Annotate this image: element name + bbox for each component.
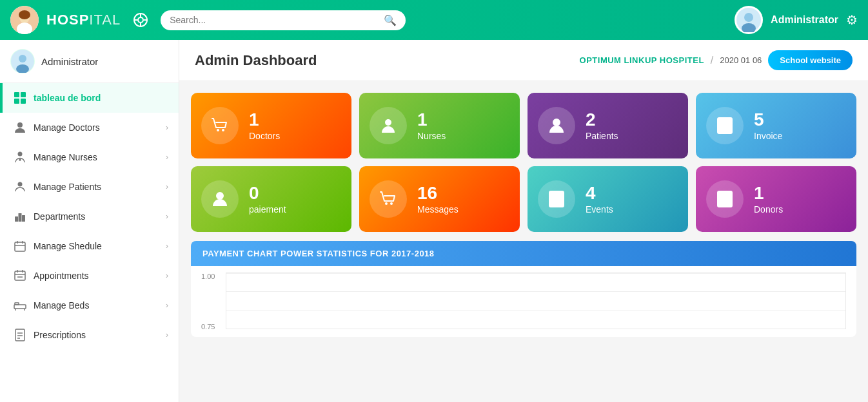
chevron-right-icon: › (166, 212, 168, 221)
brand-name: HOSPITAL (46, 12, 121, 28)
svg-rect-27 (22, 215, 25, 222)
svg-rect-19 (21, 99, 26, 104)
sidebar-item-manage-beds[interactable]: Manage Beds › (0, 291, 179, 320)
sidebar-item-manage-patients[interactable]: Manage Patients › (0, 172, 179, 202)
svg-rect-28 (15, 242, 25, 251)
svg-point-24 (18, 182, 23, 187)
sidebar-item-label: Departments (34, 211, 85, 222)
dashboard-icon (13, 91, 27, 105)
donors-card-icon-wrap (706, 180, 744, 218)
chevron-right-icon: › (166, 301, 168, 310)
prescription-icon (13, 328, 27, 342)
card-paiement[interactable]: 0 paiement (191, 166, 351, 232)
chart-plot (226, 273, 846, 329)
svg-point-48 (553, 119, 560, 126)
paiement-card-info: 0 paiement (249, 184, 286, 215)
svg-rect-37 (14, 305, 26, 309)
card-doctors[interactable]: 1 Doctors (191, 93, 351, 158)
invoice-card-info: 5 Invoice (754, 111, 782, 141)
chevron-right-icon: › (166, 182, 168, 191)
svg-rect-38 (15, 303, 19, 305)
sidebar-item-manage-nurses[interactable]: Manage Nurses › (0, 142, 179, 172)
sidebar: Administrator tableau de bord (0, 40, 179, 402)
sidebar-item-appointments[interactable]: Appointments › (0, 261, 179, 291)
events-count: 4 (586, 184, 613, 202)
chart-section: PAYMENT CHART POWER STATISTICS FOR 2017-… (191, 241, 856, 337)
chart-ylabel-075: 0.75 (201, 323, 215, 330)
logo-avatar (10, 6, 39, 34)
chart-body: 1.00 0.75 (191, 266, 856, 337)
department-icon (13, 209, 27, 224)
doctors-card-icon-wrap (201, 107, 239, 144)
patients-count: 2 (586, 111, 618, 129)
search-bar: 🔍 (161, 10, 406, 30)
svg-rect-26 (19, 213, 22, 222)
appointment-icon (13, 269, 27, 283)
dashboard-cards: 1 Doctors 1 Nurses (179, 81, 868, 232)
admin-avatar (735, 6, 763, 34)
content-header: Admin Dashboard OPTIMUM LINKUP HOSPITEL … (179, 40, 868, 81)
chevron-right-icon: › (166, 153, 168, 162)
paiement-icon (210, 189, 230, 209)
events-icon (547, 189, 566, 209)
svg-point-53 (217, 193, 223, 199)
messages-label: Messages (417, 204, 459, 215)
topnav-right: Administrator ⚙ (735, 6, 858, 34)
school-website-button[interactable]: School website (768, 50, 853, 70)
card-nurses[interactable]: 1 Nurses (359, 93, 520, 158)
svg-point-3 (19, 10, 30, 19)
search-input[interactable] (170, 15, 379, 25)
chevron-right-icon: › (166, 271, 168, 280)
patients-card-icon-wrap (538, 107, 575, 144)
svg-point-47 (385, 119, 391, 126)
sidebar-item-tableau-de-bord[interactable]: tableau de bord (0, 83, 179, 113)
patients-label: Patients (586, 131, 618, 141)
user-icon (379, 116, 398, 135)
sidebar-item-label: Appointments (34, 271, 89, 281)
doctors-label: Doctors (249, 131, 280, 141)
card-events[interactable]: 4 Events (528, 166, 688, 232)
chevron-right-icon: › (166, 330, 168, 340)
chart-yaxis: 1.00 0.75 (201, 273, 215, 330)
patients-card-info: 2 Patients (586, 111, 618, 141)
card-donors[interactable]: 1 Donors (696, 166, 856, 232)
breadcrumb: OPTIMUM LINKUP HOSPITEL (580, 55, 704, 65)
sidebar-nav: tableau de bord Manage Doctors › (0, 83, 179, 402)
messages-count: 16 (417, 184, 459, 202)
settings-button[interactable]: ⚙ (846, 12, 858, 28)
sidebar-item-manage-shedule[interactable]: Manage Shedule › (0, 231, 179, 261)
chevron-right-icon: › (166, 123, 168, 132)
svg-point-5 (138, 17, 143, 23)
content-header-right: OPTIMUM LINKUP HOSPITEL / 2020 01 06 Sch… (580, 50, 853, 70)
content-date: 2020 01 06 (720, 55, 762, 65)
messages-card-icon-wrap (370, 180, 407, 218)
svg-rect-16 (14, 92, 19, 97)
svg-point-45 (217, 129, 219, 131)
svg-point-11 (744, 13, 753, 22)
events-label: Events (586, 204, 613, 215)
svg-point-20 (17, 122, 23, 128)
svg-point-55 (390, 202, 393, 205)
svg-point-21 (18, 152, 23, 157)
card-patients[interactable]: 2 Patients (528, 93, 688, 158)
search-icon: 🔍 (384, 14, 397, 26)
sidebar-item-label: Manage Doctors (34, 122, 100, 133)
chart-header: PAYMENT CHART POWER STATISTICS FOR 2017-… (191, 241, 856, 266)
donors-card-info: 1 Donors (754, 184, 783, 215)
sidebar-item-manage-doctors[interactable]: Manage Doctors › (0, 113, 179, 142)
card-invoice[interactable]: 5 Invoice (696, 93, 856, 158)
invoice-card-icon-wrap (706, 107, 744, 144)
doctors-count: 1 (249, 111, 280, 129)
card-messages[interactable]: 16 Messages (359, 166, 520, 232)
svg-point-54 (385, 202, 388, 205)
sidebar-avatar (10, 49, 35, 73)
invoice-count: 5 (754, 111, 782, 129)
svg-rect-18 (14, 99, 19, 104)
svg-rect-17 (21, 92, 26, 97)
sidebar-item-prescriptions[interactable]: Prescriptions › (0, 320, 179, 350)
page-title: Admin Dashboard (195, 52, 317, 69)
sidebar-item-departments[interactable]: Departments › (0, 202, 179, 231)
patient-icon (13, 180, 27, 194)
schedule-icon (13, 239, 27, 253)
back-button[interactable] (133, 13, 148, 27)
